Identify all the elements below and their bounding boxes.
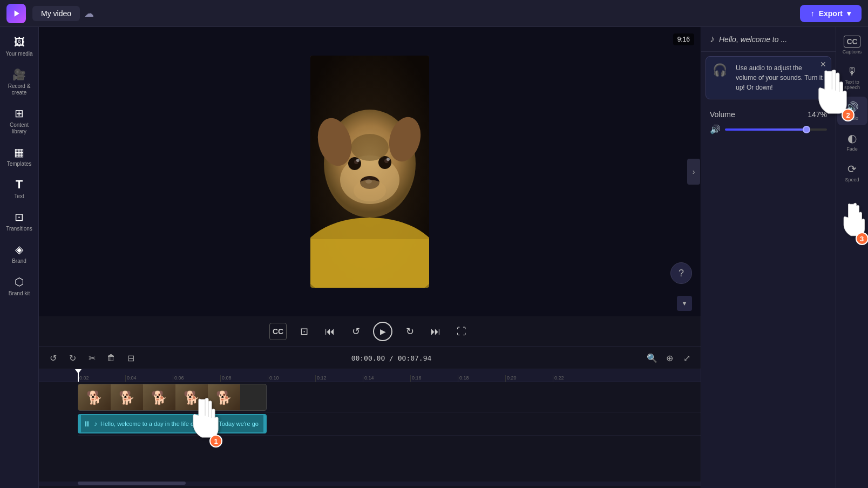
transitions-icon: ⊡ xyxy=(13,211,26,223)
skip-forward-button[interactable]: ↻ xyxy=(401,323,418,340)
fullscreen-button[interactable]: ⛶ xyxy=(453,323,470,340)
music-note-icon: ♪ xyxy=(710,33,715,45)
sidebar-item-templates[interactable]: ▦ Templates xyxy=(2,141,37,172)
captions-button[interactable]: CC xyxy=(269,323,287,340)
audio-clip-music-icon: ♪ xyxy=(94,420,97,428)
timeline-area: ↺ ↻ ✂ 🗑 ⊟ 00:00.00 / 00:07.94 🔍 ⊕ ⤢ xyxy=(39,347,701,488)
sidebar-item-brand[interactable]: ◈ Brand xyxy=(2,239,37,269)
sidebar-item-transitions[interactable]: ⊡ Transitions xyxy=(2,206,37,236)
text-icon: T xyxy=(13,178,26,191)
project-name-label: My video xyxy=(41,9,71,18)
sidebar-item-your-media[interactable]: 🖼 Your media xyxy=(2,31,37,62)
captions-label: Captions xyxy=(843,49,862,55)
expand-right-panel-button[interactable]: › xyxy=(687,159,700,185)
svg-point-15 xyxy=(354,180,386,201)
volume-slider-thumb[interactable] xyxy=(803,126,810,133)
undo-button[interactable]: ↺ xyxy=(45,350,60,365)
aspect-ratio-badge: 9:16 xyxy=(673,33,694,45)
timeline-scrollbar[interactable] xyxy=(39,482,701,486)
cut-button[interactable]: ✂ xyxy=(84,350,99,365)
record-create-label: Record & create xyxy=(4,83,35,96)
timeline-toolbar: ↺ ↻ ✂ 🗑 ⊟ 00:00.00 / 00:07.94 🔍 ⊕ ⤢ xyxy=(39,347,701,369)
video-clip[interactable]: 🐕 🐕 🐕 🐕 🐕 xyxy=(78,384,267,411)
current-time: 00:00.00 xyxy=(351,354,385,362)
audio-clip[interactable]: ⏸ ♪ Hello, welcome to a day in the life … xyxy=(78,414,267,433)
project-name-button[interactable]: My video xyxy=(32,6,80,21)
topbar: My video ☁ ↑ Export ▾ xyxy=(0,0,868,27)
ruler-mark-10: 0:22 xyxy=(553,375,600,382)
timeline-time: 00:00.00 / 00:07.94 xyxy=(143,354,640,362)
skip-back-button[interactable]: ↺ xyxy=(347,323,364,340)
clip-thumbnail-5: 🐕 xyxy=(208,384,240,411)
delete-button[interactable]: 🗑 xyxy=(104,350,119,365)
panel-icons-column: CC Captions 🎙 Text to speech 🔊 Audio ◐ F… xyxy=(836,27,868,488)
expand-timeline-button[interactable]: ⤢ xyxy=(679,350,694,365)
panel-icon-fade[interactable]: ◐ Fade xyxy=(837,127,867,156)
content-library-label: Content library xyxy=(4,122,35,135)
export-chevron-icon: ▾ xyxy=(847,9,851,18)
rewind-start-button[interactable]: ⏮ xyxy=(321,323,338,340)
panel-icon-captions[interactable]: CC Captions xyxy=(837,31,867,59)
tts-label: Text to speech xyxy=(839,79,865,90)
speed-icon: ⟳ xyxy=(847,162,857,175)
audio-clip-pause-icon: ⏸ xyxy=(83,419,91,428)
ruler-mark-1: 0:04 xyxy=(125,375,173,382)
sidebar-item-content-library[interactable]: ⊞ Content library xyxy=(2,103,37,139)
right-panel-header: ♪ Hello, welcome to ... xyxy=(701,27,836,52)
tooltip-close-button[interactable]: ✕ xyxy=(820,60,826,69)
zoom-out-button[interactable]: 🔍 xyxy=(645,350,660,365)
play-button[interactable]: ▶ xyxy=(373,322,392,341)
clip-thumbnail-4: 🐕 xyxy=(175,384,208,411)
timeline-tracks: 🐕 🐕 🐕 🐕 🐕 ⏸ ♪ Hello, welcome to a day in… xyxy=(39,382,701,479)
ruler-mark-0: 0:02 xyxy=(78,375,125,382)
timeline-playhead[interactable] xyxy=(78,369,79,382)
sidebar-item-brand-kit[interactable]: ⬡ Brand kit xyxy=(2,271,37,301)
your-media-icon: 🖼 xyxy=(13,36,26,49)
ruler-mark-3: 0:08 xyxy=(220,375,268,382)
volume-slider-track[interactable] xyxy=(725,128,827,131)
sidebar-item-record-create[interactable]: 🎥 Record & create xyxy=(2,64,37,100)
ruler-mark-4: 0:10 xyxy=(268,375,315,382)
export-button[interactable]: ↑ Export ▾ xyxy=(800,5,862,22)
export-label: Export xyxy=(819,9,843,18)
cc-icon: CC xyxy=(844,36,860,48)
fade-label: Fade xyxy=(846,146,858,152)
volume-value: 147% xyxy=(808,110,827,119)
text-label: Text xyxy=(14,193,24,200)
center-area: 9:16 xyxy=(39,27,701,488)
next-end-button[interactable]: ⏭ xyxy=(427,323,444,340)
video-preview: 9:16 xyxy=(39,27,701,316)
ruler-mark-6: 0:14 xyxy=(363,375,410,382)
templates-icon: ▦ xyxy=(13,146,26,159)
brand-kit-icon: ⬡ xyxy=(13,275,26,288)
panel-title: Hello, welcome to ... xyxy=(719,35,787,44)
volume-section: Volume 147% 🔊 xyxy=(701,104,836,141)
content-library-icon: ⊞ xyxy=(13,107,26,120)
clip-thumbnail-2: 🐕 xyxy=(111,384,143,411)
audio-clip-right-handle[interactable] xyxy=(263,415,266,432)
collapse-preview-button[interactable]: ▼ xyxy=(677,296,692,311)
audio-clip-left-handle[interactable] xyxy=(79,415,81,432)
panel-icon-audio[interactable]: 🔊 Audio xyxy=(837,97,867,125)
help-button[interactable]: ? xyxy=(670,262,692,284)
split-button[interactable]: ⊟ xyxy=(123,350,138,365)
tooltip-content: 🎧 Use audio to adjust the volume of your… xyxy=(713,63,824,92)
hand-cursor-3-container: 3 xyxy=(836,200,869,242)
fade-icon: ◐ xyxy=(847,132,857,145)
scrollbar-thumb[interactable] xyxy=(78,482,186,485)
timeline-zoom: 🔍 ⊕ ⤢ xyxy=(645,350,694,365)
brand-kit-label: Brand kit xyxy=(9,290,30,297)
zoom-in-button[interactable]: ⊕ xyxy=(662,350,677,365)
svg-point-16 xyxy=(351,134,389,161)
panel-icon-text-to-speech[interactable]: 🎙 Text to speech xyxy=(837,61,867,94)
cloud-save-icon[interactable]: ☁ xyxy=(84,8,94,19)
svg-rect-2 xyxy=(310,239,429,288)
crop-button[interactable]: ⊡ xyxy=(295,323,313,340)
volume-header: Volume 147% xyxy=(710,110,827,119)
audio-clip-text: Hello, welcome to a day in the life of C… xyxy=(100,421,259,427)
brand-label: Brand xyxy=(12,258,26,265)
sidebar-item-text[interactable]: T Text xyxy=(2,174,37,204)
redo-button[interactable]: ↻ xyxy=(65,350,80,365)
left-sidebar: 🖼 Your media 🎥 Record & create ⊞ Content… xyxy=(0,27,39,488)
panel-icon-speed[interactable]: ⟳ Speed xyxy=(837,158,867,187)
